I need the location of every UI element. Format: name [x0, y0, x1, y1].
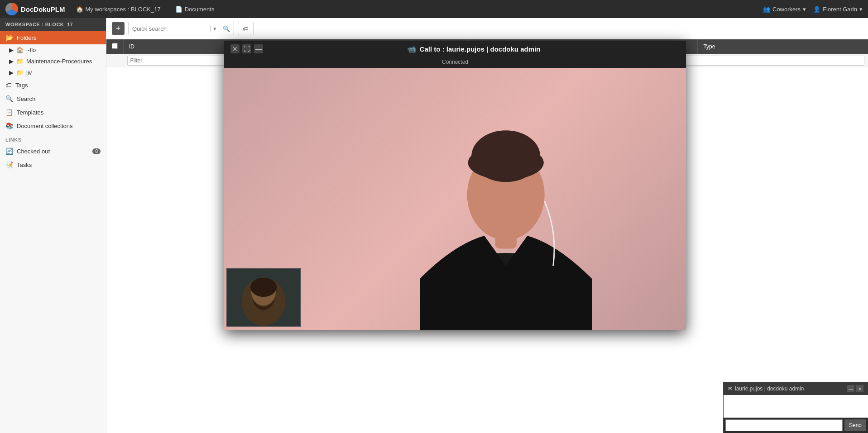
nav-documents[interactable]: 📄 Documents: [172, 4, 218, 14]
video-call-modal: ✕ ⛶ — 📹 Call to : laurie.pujos | docdoku…: [224, 41, 686, 330]
chat-header: ✉ laurie.pujos | docdoku admin — ✕: [724, 382, 868, 395]
sidebar-item-folders[interactable]: 📂 Folders: [0, 31, 106, 44]
chat-header-controls: — ✕: [847, 385, 863, 392]
folder-maintenance-icon: 📁: [16, 58, 24, 65]
sidebar-search-label: Search: [17, 95, 35, 102]
sidebar-item-search[interactable]: 🔍 Search: [0, 92, 106, 105]
coworkers-icon: 👥: [763, 6, 770, 13]
video-body: [224, 68, 686, 330]
nav-user-label: Florent Garin: [823, 6, 857, 13]
tree-maintenance-label: Maintenance-Procedures: [26, 58, 92, 65]
brand-logo-area: DocDokuPLM: [5, 3, 65, 15]
video-maximize-button[interactable]: ⛶: [242, 44, 251, 53]
tag-button[interactable]: 🏷: [238, 22, 254, 35]
collections-icon: 📚: [5, 122, 13, 129]
nav-coworkers-label: Coworkers: [772, 6, 801, 13]
sidebar-item-templates[interactable]: 📋 Templates: [0, 105, 106, 119]
home-tree-icon: 🏠: [16, 47, 24, 53]
top-navbar: DocDokuPLM 🏠 My workspaces : BLOCK_17 📄 …: [0, 0, 868, 18]
brand-name: DocDokuPLM: [21, 5, 65, 13]
sidebar: WORKSPACE : BLOCK_17 📂 Folders ▶ 🏠 ~flo …: [0, 18, 106, 433]
links-section-label: LINKS: [0, 133, 106, 144]
tree-expand-maintenance-icon: ▶: [9, 58, 14, 65]
folder-liv-icon: 📁: [16, 69, 24, 76]
video-close-button[interactable]: ✕: [230, 44, 240, 53]
tree-expand-icon: ▶: [9, 47, 14, 53]
svg-point-8: [250, 277, 277, 297]
filter-checkbox-cell: [106, 54, 124, 67]
sidebar-folders-label: Folders: [17, 34, 36, 41]
sidebar-item-doc-collections[interactable]: 📚 Document collections: [0, 119, 106, 133]
chat-header-title: laurie.pujos | docdoku admin: [735, 385, 844, 392]
document-icon: 📄: [175, 6, 182, 13]
select-all-checkbox[interactable]: [112, 43, 118, 49]
sidebar-templates-label: Templates: [17, 109, 43, 116]
nav-coworkers[interactable]: 👥 Coworkers ▾: [763, 6, 806, 13]
chat-send-button[interactable]: Send: [844, 419, 866, 431]
checked-out-icon: 🔄: [5, 148, 13, 155]
chat-body: [724, 395, 868, 418]
search-dropdown-icon[interactable]: ▾: [210, 25, 219, 32]
templates-icon: 📋: [5, 109, 13, 116]
quick-search-input[interactable]: [129, 25, 210, 32]
tag-icon: 🏷: [243, 25, 249, 32]
chat-input[interactable]: [725, 419, 843, 431]
navbar-right: 👥 Coworkers ▾ 👤 Florent Garin ▾: [763, 6, 863, 13]
sidebar-tasks-label: Tasks: [17, 162, 32, 168]
video-title-text: Call to : laurie.pujos | docdoku admin: [420, 45, 541, 53]
video-title-controls: ✕ ⛶ —: [230, 44, 263, 53]
chat-close-button[interactable]: ✕: [856, 385, 863, 392]
sidebar-item-tags[interactable]: 🏷 Tags: [0, 78, 106, 92]
user-icon: 👤: [813, 6, 820, 13]
sidebar-item-tasks[interactable]: 📝 Tasks: [0, 158, 106, 171]
search-submit-icon[interactable]: 🔍: [219, 25, 234, 32]
video-self-sim: [227, 269, 300, 326]
nav-documents-label: Documents: [185, 6, 215, 13]
main-layout: WORKSPACE : BLOCK_17 📂 Folders ▶ 🏠 ~flo …: [0, 18, 868, 433]
self-view-person: [227, 269, 300, 326]
brand-logo-icon: [5, 3, 18, 15]
chat-panel: ✉ laurie.pujos | docdoku admin — ✕ Send: [723, 382, 868, 433]
sidebar-tree-liv[interactable]: ▶ 📁 liv: [0, 67, 106, 78]
chat-minimize-button[interactable]: —: [847, 385, 854, 392]
tree-flo-label: ~flo: [26, 47, 36, 53]
sidebar-collections-label: Document collections: [17, 123, 73, 129]
workspace-header: WORKSPACE : BLOCK_17: [0, 18, 106, 31]
video-self-view: [226, 268, 301, 327]
sidebar-checked-out-label: Checked out: [17, 148, 50, 155]
nav-user[interactable]: 👤 Florent Garin ▾: [813, 6, 863, 13]
tags-icon: 🏷: [5, 81, 12, 89]
video-person-silhouette: [340, 81, 672, 330]
checked-out-badge: 0: [92, 148, 101, 154]
svg-point-4: [468, 146, 544, 180]
add-button[interactable]: +: [112, 22, 125, 35]
col-type: Type: [698, 39, 868, 54]
chat-icon: ✉: [728, 386, 732, 392]
home-icon: 🏠: [76, 6, 83, 13]
nav-workspaces[interactable]: 🏠 My workspaces : BLOCK_17: [72, 4, 164, 14]
content-toolbar: + ▾ 🔍 🏷: [106, 18, 868, 39]
nav-workspaces-label: My workspaces : BLOCK_17: [86, 6, 161, 13]
user-chevron-icon: ▾: [859, 6, 863, 13]
sidebar-item-checked-out[interactable]: 🔄 Checked out 0: [0, 144, 106, 158]
video-title: 📹 Call to : laurie.pujos | docdoku admin: [407, 45, 541, 53]
sidebar-tags-label: Tags: [15, 82, 28, 89]
search-icon: 🔍: [5, 95, 13, 102]
quick-search-box: ▾ 🔍: [128, 22, 234, 35]
content-area: + ▾ 🔍 🏷 ID Version: [106, 18, 868, 433]
coworkers-chevron-icon: ▾: [803, 6, 806, 13]
sidebar-tree-maintenance[interactable]: ▶ 📁 Maintenance-Procedures: [0, 56, 106, 67]
tasks-icon: 📝: [5, 161, 13, 168]
chat-footer: Send: [724, 418, 868, 433]
tree-liv-label: liv: [26, 69, 32, 76]
video-camera-icon: 📹: [407, 45, 416, 53]
tree-expand-liv-icon: ▶: [9, 69, 14, 76]
video-titlebar: ✕ ⛶ — 📹 Call to : laurie.pujos | docdoku…: [224, 41, 686, 57]
folder-open-icon: 📂: [5, 34, 13, 41]
video-status: Connected: [224, 57, 686, 68]
sidebar-tree-flo[interactable]: ▶ 🏠 ~flo: [0, 44, 106, 56]
video-minimize-button[interactable]: —: [254, 44, 263, 53]
col-checkbox: [106, 39, 124, 54]
